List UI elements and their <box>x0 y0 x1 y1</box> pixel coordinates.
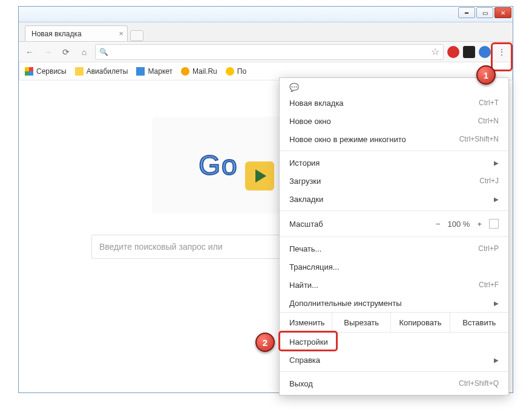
chevron-right-icon: ▶ <box>494 160 499 166</box>
tab-new[interactable]: Новая вкладка × <box>25 25 128 41</box>
bookmark-label: Сервисы <box>36 67 67 76</box>
menu-shortcut: Ctrl+Shift+N <box>459 135 499 143</box>
menu-button[interactable]: ⋮ <box>494 45 509 59</box>
play-icon[interactable] <box>245 161 274 190</box>
fullscreen-icon[interactable] <box>489 219 499 229</box>
menu-paste[interactable]: Вставить <box>450 313 508 332</box>
search-icon <box>226 67 234 76</box>
window-controls: ━ ▭ ✕ <box>458 7 511 18</box>
menu-label: Найти... <box>289 281 318 290</box>
menu-more-tools[interactable]: Дополнительные инструменты▶ <box>280 294 508 312</box>
menu-label: Выход <box>289 379 313 388</box>
menu-shortcut: Ctrl+N <box>478 117 499 125</box>
menu-label: Загрузки <box>289 177 321 186</box>
bookmark-item[interactable]: Mail.Ru <box>181 67 217 76</box>
menu-label: Масштаб <box>289 220 430 229</box>
close-icon[interactable]: × <box>119 29 123 38</box>
zoom-out-button[interactable]: − <box>436 220 441 229</box>
bookmark-star-icon[interactable]: ☆ <box>431 46 439 57</box>
bookmark-label: Авиабилеты <box>87 67 128 76</box>
tab-title: Новая вкладка <box>31 30 82 38</box>
google-doodle[interactable]: Go <box>152 117 285 213</box>
bookmark-item[interactable]: Маркет <box>136 67 172 76</box>
bookmark-label: Mail.Ru <box>192 67 217 76</box>
menu-settings[interactable]: Настройки <box>280 333 508 351</box>
plane-icon <box>75 67 84 76</box>
chrome-menu: 💬 Новая вкладкаCtrl+T Новое окноCtrl+N Н… <box>279 77 509 395</box>
menu-label: Справка <box>289 356 320 365</box>
menu-label: Печать... <box>289 244 321 253</box>
zoom-value: 100 % <box>448 220 470 229</box>
tab-strip: Новая вкладка × <box>19 22 513 42</box>
menu-label: Новое окно <box>289 117 331 126</box>
menu-label: Настройки <box>289 337 328 347</box>
menu-label: Трансляция... <box>289 262 340 272</box>
toolbar: ← → ⟳ ⌂ 🔍 ☆ ⋮ <box>19 42 513 62</box>
menu-cast[interactable]: Трансляция... <box>280 258 508 276</box>
callout-2: 2 <box>255 333 275 352</box>
profile-icon[interactable] <box>479 46 491 58</box>
cart-icon <box>136 67 145 76</box>
menu-history[interactable]: История▶ <box>280 154 508 172</box>
menu-label: Копировать <box>399 318 441 327</box>
menu-shortcut: Ctrl+J <box>479 177 499 185</box>
menu-incognito[interactable]: Новое окно в режиме инкогнитоCtrl+Shift+… <box>280 130 508 148</box>
minimize-button[interactable]: ━ <box>458 7 475 18</box>
menu-downloads[interactable]: ЗагрузкиCtrl+J <box>280 172 508 190</box>
menu-separator <box>280 236 508 237</box>
reload-button[interactable]: ⟳ <box>59 45 73 59</box>
menu-new-window[interactable]: Новое окноCtrl+N <box>280 112 508 130</box>
close-button[interactable]: ✕ <box>494 7 511 18</box>
menu-print[interactable]: Печать...Ctrl+P <box>280 239 508 258</box>
adblock-icon[interactable] <box>447 46 459 58</box>
zoom-in-button[interactable]: + <box>477 220 482 229</box>
extension-icon[interactable] <box>463 46 475 58</box>
menu-label: Новое окно в режиме инкогнито <box>289 135 406 144</box>
chevron-right-icon: ▶ <box>494 300 499 307</box>
omnibox-input[interactable] <box>112 47 427 56</box>
ntp-search-box[interactable]: Введите поисковый запрос или <box>91 235 285 259</box>
menu-icon-row: 💬 <box>280 80 508 94</box>
menu-new-tab[interactable]: Новая вкладкаCtrl+T <box>280 94 508 112</box>
menu-shortcut: Ctrl+P <box>478 244 499 253</box>
new-tab-button[interactable] <box>130 30 143 41</box>
menu-label: История <box>289 158 320 168</box>
menu-bookmarks[interactable]: Закладки▶ <box>280 190 508 208</box>
chevron-right-icon: ▶ <box>494 196 499 203</box>
mailru-icon <box>181 67 189 76</box>
apps-shortcut[interactable]: Сервисы <box>25 67 67 76</box>
menu-find[interactable]: Найти...Ctrl+F <box>280 276 508 294</box>
address-bar[interactable]: 🔍 ☆ <box>95 44 444 60</box>
doodle-text: Go <box>199 149 238 181</box>
back-button[interactable]: ← <box>22 45 37 59</box>
menu-edit-row: Изменить Вырезать Копировать Вставить <box>280 312 508 333</box>
menu-copy[interactable]: Копировать <box>390 313 449 332</box>
apps-icon <box>25 67 33 76</box>
menu-label: Новая вкладка <box>289 99 344 108</box>
menu-shortcut: Ctrl+T <box>479 99 499 107</box>
menu-label: Изменить <box>280 313 332 332</box>
window-titlebar: ━ ▭ ✕ <box>19 7 513 22</box>
bookmark-item[interactable]: По <box>226 67 246 76</box>
menu-zoom: Масштаб − 100 % + <box>280 213 508 234</box>
menu-separator <box>280 210 508 211</box>
bookmark-label: По <box>237 67 246 76</box>
bookmark-label: Маркет <box>148 67 172 76</box>
home-button[interactable]: ⌂ <box>77 45 91 59</box>
search-icon: 🔍 <box>99 48 108 56</box>
menu-help[interactable]: Справка▶ <box>280 351 508 369</box>
menu-label: Вставить <box>462 318 496 327</box>
callout-1: 1 <box>476 65 496 85</box>
search-placeholder: Введите поисковый запрос или <box>99 242 223 252</box>
callout-number: 2 <box>263 337 268 348</box>
menu-cut[interactable]: Вырезать <box>332 313 390 332</box>
menu-separator <box>280 371 508 372</box>
menu-exit[interactable]: ВыходCtrl+Shift+Q <box>280 374 508 392</box>
menu-label: Закладки <box>289 195 323 204</box>
forward-button[interactable]: → <box>41 45 55 59</box>
callout-number: 1 <box>484 70 488 80</box>
maximize-button[interactable]: ▭ <box>476 7 493 18</box>
bookmark-item[interactable]: Авиабилеты <box>75 67 128 76</box>
menu-separator <box>280 151 508 151</box>
menu-shortcut: Ctrl+Shift+Q <box>459 379 499 388</box>
